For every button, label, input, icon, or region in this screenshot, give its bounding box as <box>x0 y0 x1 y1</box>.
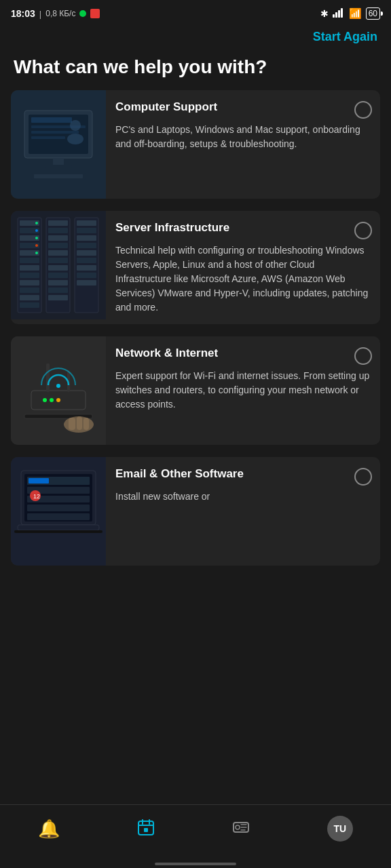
option-card-email[interactable]: 12 Email & Other Software Install new so… <box>11 457 380 566</box>
option-image-server <box>11 211 106 319</box>
svg-point-32 <box>35 229 38 232</box>
svg-text:12: 12 <box>33 493 40 500</box>
option-card-server[interactable]: Server Infrastructure Technical help wit… <box>11 211 380 324</box>
svg-point-60 <box>43 398 47 402</box>
option-desc-server: Technical help with configuring or troub… <box>115 243 372 315</box>
start-again-button[interactable]: Start Again <box>313 30 377 44</box>
svg-rect-9 <box>31 136 65 139</box>
svg-rect-1 <box>335 12 337 18</box>
option-content-server: Server Infrastructure Technical help wit… <box>106 211 380 324</box>
svg-rect-37 <box>48 228 68 233</box>
svg-rect-24 <box>20 258 39 263</box>
svg-rect-71 <box>29 478 49 484</box>
svg-rect-36 <box>48 220 68 226</box>
svg-rect-15 <box>34 174 83 178</box>
nav-item-profile[interactable]: TU <box>327 816 353 842</box>
options-list: Computer Support PC's and Laptops, Windo… <box>0 90 391 804</box>
option-title-server: Server Infrastructure <box>115 220 349 235</box>
calendar-icon <box>136 818 155 840</box>
option-desc-network: Expert support for Wi-Fi and internet is… <box>115 369 372 412</box>
svg-point-61 <box>50 398 54 402</box>
svg-rect-55 <box>77 280 96 285</box>
option-content-computer: Computer Support PC's and Laptops, Windo… <box>106 90 380 161</box>
svg-rect-27 <box>20 280 39 285</box>
svg-rect-30 <box>20 302 39 308</box>
option-desc-email: Install new software or <box>115 490 372 504</box>
svg-rect-42 <box>48 265 68 271</box>
signal-icon <box>333 8 345 20</box>
nav-item-tickets[interactable] <box>231 818 250 840</box>
option-title-computer: Computer Support <box>115 100 349 115</box>
svg-rect-57 <box>46 363 50 392</box>
svg-rect-47 <box>77 220 96 226</box>
option-image-computer <box>11 90 106 199</box>
svg-rect-39 <box>48 243 68 248</box>
svg-rect-74 <box>27 505 90 511</box>
svg-rect-29 <box>20 295 39 300</box>
home-indicator <box>0 859 391 868</box>
svg-rect-13 <box>45 165 72 168</box>
svg-point-62 <box>56 398 60 402</box>
svg-rect-54 <box>77 273 96 278</box>
battery-level: 60 <box>369 9 377 18</box>
option-content-network: Network & Internet Expert support for Wi… <box>106 336 380 421</box>
option-image-network <box>11 336 106 445</box>
option-image-email: 12 <box>11 457 106 566</box>
battery-icon: 60 <box>366 7 380 20</box>
svg-point-34 <box>35 244 38 247</box>
svg-rect-0 <box>333 14 335 18</box>
svg-rect-3 <box>341 8 343 18</box>
home-bar <box>155 863 236 865</box>
svg-point-35 <box>35 252 38 254</box>
svg-rect-79 <box>14 530 103 533</box>
svg-rect-28 <box>20 288 39 293</box>
option-card-network[interactable]: Network & Internet Expert support for Wi… <box>11 336 380 445</box>
ticket-icon <box>231 818 250 840</box>
nav-item-calendar[interactable] <box>136 818 155 840</box>
option-header-network: Network & Internet <box>115 346 372 365</box>
svg-rect-8 <box>31 131 79 134</box>
option-header-server: Server Infrastructure <box>115 220 372 239</box>
status-sep: | <box>39 9 41 19</box>
svg-rect-2 <box>338 10 340 18</box>
svg-rect-44 <box>48 280 68 285</box>
svg-rect-45 <box>48 288 68 293</box>
option-header-email: Email & Other Software <box>115 467 372 486</box>
svg-point-10 <box>70 120 81 131</box>
svg-rect-41 <box>48 258 68 263</box>
svg-rect-38 <box>48 235 68 241</box>
svg-point-33 <box>35 237 38 239</box>
svg-point-59 <box>56 384 60 388</box>
avatar[interactable]: TU <box>327 816 353 842</box>
svg-rect-78 <box>18 525 99 530</box>
svg-rect-40 <box>48 250 68 256</box>
record-icon <box>90 9 100 18</box>
bottom-nav: 🔔 TU <box>0 804 391 859</box>
option-radio-server[interactable] <box>354 222 372 239</box>
nav-item-notifications[interactable]: 🔔 <box>38 820 60 837</box>
status-bar: 18:03 | 0,8 КБ/с ✱ 📶 60 <box>0 0 391 24</box>
option-desc-computer: PC's and Laptops, Windows and Mac suppor… <box>115 123 372 151</box>
svg-point-86 <box>236 825 240 829</box>
option-card-computer-support[interactable]: Computer Support PC's and Laptops, Windo… <box>11 90 380 199</box>
svg-rect-53 <box>77 265 96 271</box>
svg-rect-84 <box>144 828 148 832</box>
option-radio-network[interactable] <box>354 347 372 365</box>
bluetooth-icon: ✱ <box>320 8 329 19</box>
svg-rect-49 <box>77 235 96 241</box>
status-speed: 0,8 КБ/с <box>45 9 75 18</box>
svg-rect-26 <box>20 273 39 278</box>
option-header-computer: Computer Support <box>115 100 372 119</box>
svg-rect-46 <box>48 295 68 300</box>
svg-rect-66 <box>77 416 82 430</box>
page-title: What can we help you with? <box>0 47 391 90</box>
svg-rect-52 <box>77 258 96 263</box>
header: Start Again <box>0 24 391 47</box>
svg-rect-25 <box>20 265 39 271</box>
option-radio-email[interactable] <box>354 468 372 486</box>
svg-rect-51 <box>77 250 96 256</box>
option-title-email: Email & Other Software <box>115 467 349 481</box>
option-radio-computer[interactable] <box>354 101 372 119</box>
svg-rect-48 <box>77 228 96 233</box>
svg-point-31 <box>35 222 38 224</box>
